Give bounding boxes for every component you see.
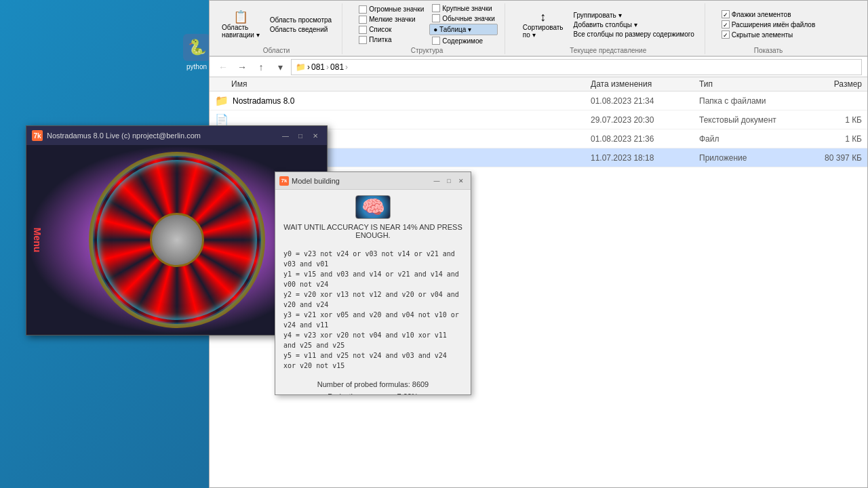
preview-area-btn[interactable]: Область просмотра	[267, 16, 335, 24]
roulette-wheel	[89, 152, 265, 328]
structure-section-title: Структура	[356, 47, 498, 54]
show-col: Флажки элементов Расширения имён файлов …	[719, 9, 818, 39]
content-checkbox	[432, 37, 440, 45]
structure-buttons: Огромные значки Мелкие значки Список Пли…	[356, 3, 498, 45]
details-area-btn[interactable]: Область сведений	[267, 25, 335, 34]
python-icon: 🐍	[183, 34, 210, 61]
ribbon-content: 📋 Областьнавигации ▾ Область просмотра О…	[210, 1, 867, 56]
areas-buttons: 📋 Областьнавигации ▾ Область просмотра О…	[218, 3, 335, 45]
breadcrumb-part1: ›	[307, 62, 310, 72]
ribbon-section-show: Флажки элементов Расширения имён файлов …	[716, 3, 825, 54]
file-type: Приложение	[699, 153, 808, 163]
address-bar: ← → ↑ ▾ 📁 › 081 › 081 ›	[210, 57, 867, 77]
show-buttons: Флажки элементов Расширения имён файлов …	[719, 3, 818, 45]
ribbon-section-areas: 📋 Областьнавигации ▾ Область просмотра О…	[215, 3, 342, 54]
stats-container: Number of probed formulas: 8609 Projecti…	[317, 379, 429, 394]
accuracy-value: 7.22%	[397, 392, 418, 394]
huge-icons-check[interactable]: Огромные значки	[356, 5, 427, 14]
formula-y1: y1 = v15 and v03 and v14 or v21 and v14 …	[283, 269, 462, 289]
nav-label: Областьнавигации ▾	[222, 24, 260, 39]
window-controls: — □ ✕	[279, 129, 321, 142]
formula-y2: y2 = v20 xor v13 not v12 and v20 or v04 …	[283, 289, 462, 310]
breadcrumb-folder-icon: 📁	[296, 62, 306, 72]
dialog-title: Model building	[292, 177, 429, 185]
file-type: Файл	[699, 134, 808, 144]
accuracy-label: Projection accuracy:	[328, 392, 395, 394]
small-icons-check[interactable]: Мелкие значки	[356, 15, 427, 24]
areas-section-title: Области	[218, 47, 335, 54]
formula-y5: y5 = v11 and v25 not v24 and v03 and v24…	[283, 350, 462, 371]
accuracy-stat: Projection accuracy: 7.22%	[317, 391, 429, 394]
normal-checkbox	[432, 14, 440, 22]
probed-value: 8609	[412, 380, 429, 388]
header-size[interactable]: Размер	[808, 79, 862, 89]
folder-icon: 📁	[215, 94, 229, 107]
doc-icon: 📄	[215, 113, 229, 126]
nostradamus-titlebar: 7k Nostradamus 8.0 Live (c) nproject@ber…	[26, 126, 327, 145]
normal-icons-check[interactable]: Обычные значки	[429, 14, 498, 23]
sort-btn[interactable]: ↕️ Сортироватьпо ▾	[519, 9, 568, 40]
dialog-titlebar: 7k Model building — □ ✕	[275, 172, 471, 190]
formula-y4: y4 = v23 xor v20 not v04 and v10 xor v11…	[283, 330, 462, 350]
dialog-minimize-btn[interactable]: —	[431, 176, 442, 186]
group-btn[interactable]: Группировать ▾	[570, 11, 698, 20]
content-check[interactable]: Содержимое	[429, 36, 498, 45]
list-check[interactable]: Список	[356, 25, 427, 35]
header-name[interactable]: Имя	[231, 79, 591, 89]
dialog-content: 🧠 WAIT UNTIL ACCURACY IS NEAR 14% AND PR…	[275, 190, 471, 394]
file-size: 1 КБ	[808, 134, 862, 144]
file-date: 11.07.2023 18:18	[591, 153, 699, 163]
back-btn[interactable]: ←	[215, 59, 231, 75]
formula-y0: y0 = v23 not v24 or v03 not v14 or v21 a…	[283, 249, 462, 269]
minimize-btn[interactable]: —	[279, 129, 292, 142]
hidden-check[interactable]: Скрытые элементы	[719, 30, 818, 39]
breadcrumb[interactable]: 📁 › 081 › 081 ›	[291, 59, 862, 75]
ribbon-section-view: ↕️ Сортироватьпо ▾ Группировать ▾ Добави…	[516, 3, 705, 54]
table-row[interactable]: 📁 Nostradamus 8.0 01.08.2023 21:34 Папка…	[210, 92, 867, 110]
formula-y3: y3 = v21 xor v05 and v20 and v04 not v10…	[283, 310, 462, 330]
nostradamus-title-icon: 7k	[32, 130, 43, 141]
view-buttons: ↕️ Сортироватьпо ▾ Группировать ▾ Добави…	[519, 3, 698, 45]
close-btn[interactable]: ✕	[309, 129, 321, 142]
breadcrumb-part3: 081	[330, 62, 344, 72]
flags-checkbox	[722, 10, 730, 18]
view-col: ↕️ Сортироватьпо ▾	[519, 9, 568, 40]
probed-label: Number of probed formulas:	[317, 380, 410, 388]
flags-check[interactable]: Флажки элементов	[719, 9, 818, 19]
show-section-title: Показать	[719, 47, 818, 54]
dialog-title-icon: 7k	[279, 176, 289, 186]
sort-label: Сортироватьпо ▾	[523, 24, 564, 39]
sort-icon: ↕️	[540, 11, 546, 23]
small-checkbox	[359, 16, 367, 24]
brain-icon: 🧠	[355, 195, 391, 219]
file-type: Текстовый документ	[699, 115, 808, 125]
fit-cols-btn[interactable]: Все столбцы по размеру содержимого	[570, 30, 698, 39]
dialog-close-btn[interactable]: ✕	[456, 176, 467, 186]
ribbon-section-structure: Огромные значки Мелкие значки Список Пли…	[353, 3, 505, 54]
nav-icon: 📋	[233, 11, 248, 23]
up-btn[interactable]: ↑	[253, 59, 269, 75]
add-cols-btn[interactable]: Добавить столбцы ▾	[570, 20, 698, 29]
forward-btn[interactable]: →	[234, 59, 250, 75]
list-checkbox	[359, 26, 367, 34]
extensions-check[interactable]: Расширения имён файлов	[719, 20, 818, 29]
file-name: Nostradamus 8.0	[233, 96, 591, 106]
header-date[interactable]: Дата изменения	[591, 79, 699, 89]
dialog-maximize-btn[interactable]: □	[443, 176, 454, 186]
structure-col1: Огромные значки Мелкие значки Список Пли…	[356, 5, 427, 45]
tile-check[interactable]: Плитка	[356, 35, 427, 45]
navigation-area-btn[interactable]: 📋 Областьнавигации ▾	[218, 9, 264, 40]
table-view-btn[interactable]: ● Таблица ▾	[429, 24, 498, 35]
recent-btn[interactable]: ▾	[272, 59, 288, 75]
file-list-header: Имя Дата изменения Тип Размер	[210, 77, 867, 92]
roulette-center	[150, 213, 204, 267]
large-checkbox	[432, 4, 440, 12]
large-icons-check[interactable]: Крупные значки	[429, 3, 498, 13]
wait-message: WAIT UNTIL ACCURACY IS NEAR 14% AND PRES…	[283, 223, 462, 239]
ext-checkbox	[722, 20, 730, 28]
menu-label: Menu	[32, 228, 43, 253]
header-type[interactable]: Тип	[699, 79, 808, 89]
maximize-btn[interactable]: □	[294, 129, 307, 142]
file-date: 29.07.2023 20:30	[591, 115, 699, 125]
model-building-dialog: 7k Model building — □ ✕ 🧠 WAIT UNTIL ACC…	[275, 171, 471, 395]
